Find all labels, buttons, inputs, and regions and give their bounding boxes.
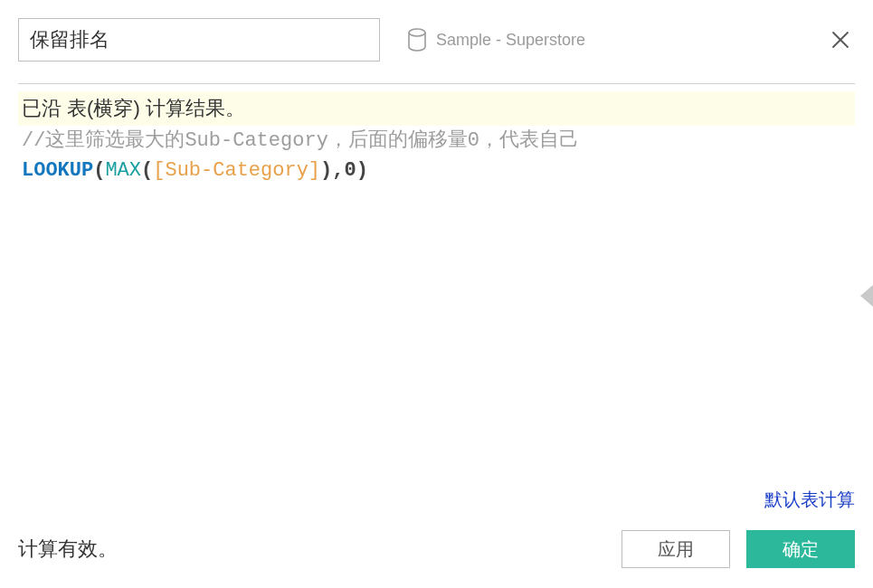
svg-point-0 [409,29,425,36]
token-paren: ) [356,159,368,182]
calculation-name-input[interactable] [18,18,380,62]
dialog-footer: 默认表计算 计算有效。 应用 确定 [18,488,855,568]
code-comment: //这里筛选最大的Sub-Category，后面的偏移量0，代表自己 [22,129,579,152]
token-function: LOOKUP [22,159,93,182]
token-field: [Sub-Category] [153,159,320,182]
validation-status: 计算有效。 [18,536,118,563]
datasource-indicator: Sample - Superstore [407,28,585,52]
ok-button[interactable]: 确定 [746,530,855,568]
collapse-handle[interactable] [860,285,873,307]
token-paren: ) [320,159,332,182]
database-icon [407,28,427,52]
token-aggregate: MAX [105,159,141,182]
token-paren: ( [93,159,105,182]
footer-row: 计算有效。 应用 确定 [18,530,855,568]
token-literal: 0 [344,159,356,182]
token-paren: ( [141,159,153,182]
token-comma: , [332,159,344,182]
datasource-label: Sample - Superstore [436,31,585,50]
formula-editor[interactable]: //这里筛选最大的Sub-Category，后面的偏移量0，代表自己 LOOKU… [18,126,855,185]
close-button[interactable] [826,25,855,54]
dialog-header: Sample - Superstore [18,18,855,62]
apply-button[interactable]: 应用 [622,530,730,568]
default-table-calc-link[interactable]: 默认表计算 [18,488,855,512]
close-icon [830,29,851,51]
header-divider [18,83,855,84]
calculation-editor-dialog: Sample - Superstore 已沿 表(横穿) 计算结果。 //这里筛… [0,0,873,588]
calculation-scope-message: 已沿 表(横穿) 计算结果。 [18,91,855,126]
